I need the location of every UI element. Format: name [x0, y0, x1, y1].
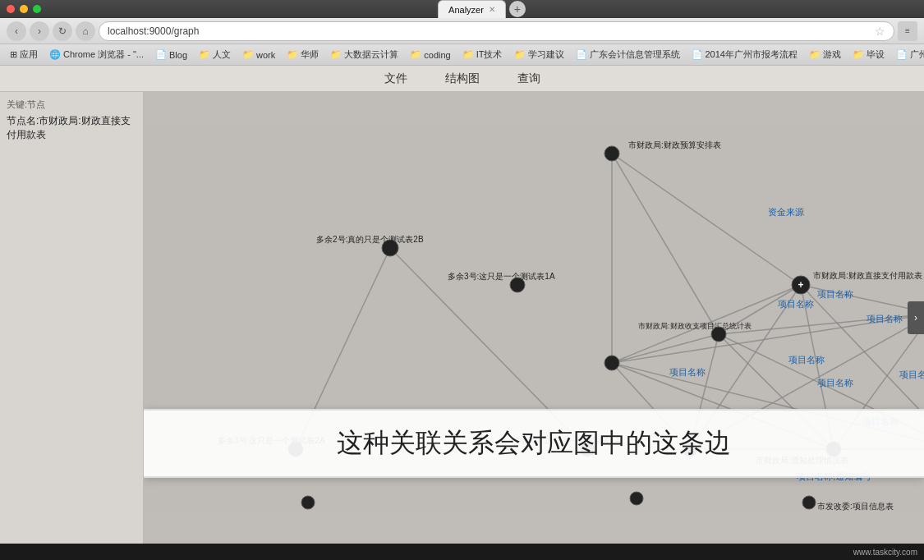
sidebar-type: 关键:节点 — [7, 99, 136, 111]
node-n12 — [605, 356, 619, 370]
bookmark-huashi[interactable]: 📁 华师 — [282, 47, 324, 62]
address-text: localhost:9000/graph — [108, 25, 875, 37]
bookmark-gov-label: 广州公安网上办事大... — [910, 48, 924, 61]
node-n1 — [605, 146, 619, 161]
edge-label-zijin: 资金来源 — [768, 207, 804, 217]
node-n4-label: 市财政局:财政直接支付用款表 — [813, 271, 922, 280]
forward-button[interactable]: › — [30, 21, 49, 41]
chrome-icon: 🌐 — [49, 49, 61, 60]
bookmark-study[interactable]: 📁 学习建议 — [509, 47, 569, 62]
app-nav: 文件 结构图 查询 — [0, 66, 924, 92]
edge-label-proj4: 项目名称 — [669, 367, 706, 377]
bookmark-huashi-label: 华师 — [301, 48, 319, 61]
apps-icon: ⊞ — [10, 49, 17, 60]
nav-file[interactable]: 文件 — [378, 68, 414, 90]
bigdata-icon: 📁 — [330, 49, 342, 60]
nav-bar: ‹ › ↻ ⌂ localhost:9000/graph ☆ ≡ — [0, 18, 924, 44]
bookmark-it[interactable]: 📁 IT技术 — [457, 47, 508, 62]
bookmark-chrome-label: Chrome 浏览器 - "... — [63, 48, 144, 61]
right-collapse-tab[interactable]: › — [908, 301, 924, 334]
node-n4-edge-label: 项目名称 — [817, 289, 853, 299]
node-bottom3 — [802, 496, 816, 509]
node-bottom3-label: 市发改委:项目信息表 — [817, 502, 894, 511]
bookmark-blog-label: Blog — [169, 50, 187, 60]
bookmark-bigdata[interactable]: 📁 大数据云计算 — [325, 47, 403, 62]
bookmark-thesis-label: 毕设 — [867, 48, 885, 61]
title-bar: Analyzer ✕ + — [0, 0, 924, 18]
browser-frame: Analyzer ✕ + ‹ › ↻ ⌂ localhost:9000/grap… — [0, 0, 924, 560]
bookmark-apps[interactable]: ⊞ 应用 — [5, 47, 43, 62]
bookmarks-bar: ⊞ 应用 🌐 Chrome 浏览器 - "... 📄 Blog 📁 人文 📁 w… — [0, 44, 924, 66]
thesis-icon: 📁 — [853, 49, 864, 60]
bookmark-finance-label: 广东会计信息管理系统 — [590, 48, 680, 61]
tab-close-button[interactable]: ✕ — [489, 5, 495, 14]
status-text: www.taskcity.com — [853, 548, 917, 557]
bookmark-work-label: work — [256, 50, 275, 60]
node-bottom2 — [630, 492, 643, 505]
nav-query[interactable]: 查询 — [511, 68, 547, 90]
edge-label-proj2: 项目名称 — [867, 314, 903, 324]
bookmark-blog[interactable]: 📄 Blog — [150, 48, 192, 62]
bookmark-bigdata-label: 大数据云计算 — [344, 48, 398, 61]
it-icon: 📁 — [462, 49, 474, 60]
home-button[interactable]: ⌂ — [76, 21, 95, 41]
blog-icon: 📄 — [155, 49, 167, 60]
maximize-dot[interactable] — [33, 5, 41, 13]
menu-button[interactable]: ≡ — [898, 21, 917, 41]
node-n3-label: 多余3号:这只是一个测试表1A — [448, 272, 555, 281]
banner-overlay: 这种关联关系会对应图中的这条边 — [144, 409, 924, 478]
bookmark-finance[interactable]: 📄 广东会计信息管理系统 — [571, 47, 685, 62]
main-content: 关键:节点 节点名:市财政局:财政直接支付用款表 — [0, 92, 924, 544]
gov-icon: 📄 — [896, 49, 908, 60]
bookmark-star-icon[interactable]: ☆ — [875, 25, 885, 38]
bookmark-games-label: 游戏 — [823, 48, 841, 61]
node-n2-label: 多余2号:真的只是个测试表2B — [316, 235, 424, 244]
edge-label-proj1: 项目名称 — [778, 299, 814, 309]
reload-button[interactable]: ↻ — [53, 21, 72, 41]
bookmark-study-label: 学习建议 — [528, 48, 564, 61]
bookmark-renwen-label: 人文 — [213, 48, 231, 61]
svg-text:+: + — [798, 279, 803, 291]
node-n6-label: 市财政局:财政收支项目汇总统计表 — [638, 322, 752, 330]
bookmark-apps-label: 应用 — [20, 48, 38, 61]
coding-icon: 📁 — [410, 49, 421, 60]
graph-area[interactable]: 资金来源 项目名称 项目名称 项目名称 项目名称 项目名称 项目名称 项目名称 … — [144, 92, 924, 544]
edge-label-proj3: 项目名称 — [788, 355, 825, 365]
minimize-dot[interactable] — [20, 5, 28, 13]
huashi-icon: 📁 — [287, 49, 298, 60]
finance-icon: 📄 — [576, 49, 587, 60]
bookmark-coding[interactable]: 📁 coding — [405, 48, 455, 62]
node-n1-label: 市财政局:财政预算安排表 — [628, 140, 721, 149]
bookmark-it-label: IT技术 — [476, 48, 503, 61]
bookmark-renwen[interactable]: 📁 人文 — [194, 47, 236, 62]
exam-icon: 📄 — [692, 49, 703, 60]
bookmark-coding-label: coding — [424, 50, 450, 60]
back-button[interactable]: ‹ — [7, 21, 26, 41]
sidebar: 关键:节点 节点名:市财政局:财政直接支付用款表 — [0, 92, 144, 544]
new-tab-button[interactable]: + — [509, 1, 526, 17]
bookmark-gov[interactable]: 📄 广州公安网上办事大... — [891, 47, 924, 62]
node-bottom1 — [301, 496, 315, 509]
renwen-icon: 📁 — [199, 49, 210, 60]
work-icon: 📁 — [242, 49, 254, 60]
bookmark-games[interactable]: 📁 游戏 — [804, 47, 846, 62]
sidebar-node-name: 节点名:市财政局:财政直接支付用款表 — [7, 114, 136, 142]
study-icon: 📁 — [514, 49, 526, 60]
bookmark-exam-label: 2014年广州市报考流程 — [706, 48, 798, 61]
games-icon: 📁 — [809, 49, 821, 60]
bookmark-thesis[interactable]: 📁 毕设 — [848, 47, 890, 62]
browser-tab[interactable]: Analyzer ✕ — [438, 0, 506, 18]
tab-label: Analyzer — [448, 5, 484, 15]
bookmark-exam[interactable]: 📄 2014年广州市报考流程 — [687, 47, 802, 62]
app-area: 文件 结构图 查询 关键:节点 节点名:市财政局:财政直接支付用款表 — [0, 66, 924, 544]
edge-label-proj5: 项目名称 — [817, 378, 853, 388]
address-bar[interactable]: localhost:9000/graph ☆ — [99, 21, 894, 41]
edge-label-proj6: 项目名称 — [899, 370, 924, 379]
nav-structure[interactable]: 结构图 — [439, 68, 486, 90]
bookmark-chrome[interactable]: 🌐 Chrome 浏览器 - "... — [44, 47, 149, 62]
close-dot[interactable] — [7, 5, 15, 13]
status-bar: www.taskcity.com — [0, 544, 924, 560]
banner-text: 这种关联关系会对应图中的这条边 — [337, 428, 731, 457]
bookmark-work[interactable]: 📁 work — [237, 48, 280, 62]
